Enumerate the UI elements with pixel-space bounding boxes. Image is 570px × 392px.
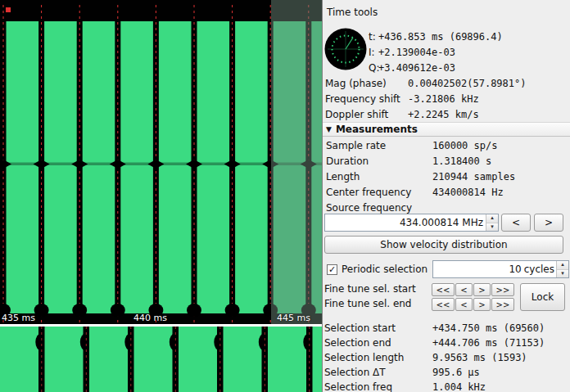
selection-deltat-value: 995.6 µs [432,365,480,380]
sel-end-fast-forward-button[interactable]: >> [491,298,514,311]
doppler-shift-value: +2.2245 km/s [408,107,479,122]
cursor-time-label: t: [369,29,376,44]
selection-start-value: +434.750 ms (69560) [432,321,545,336]
selection-deltat-label: Selection ΔT [324,365,386,380]
time-domain-plot[interactable] [0,0,322,324]
length-value: 210944 samples [432,169,515,184]
sel-start-back-button[interactable]: < [455,283,473,296]
fine-tune-end-label: Fine tune sel. end [324,297,411,311]
cycles-spinbox-suffix: cycles [524,264,556,275]
frequency-shift-value: -3.21806 kHz [408,92,479,106]
sel-start-forward-button[interactable]: > [473,283,491,296]
signal-analyzer-window: 435 ms 440 ms 445 ms Time tools [0,0,570,392]
doppler-shift-label: Doppler shift [325,107,388,122]
selection-length-value: 9.9563 ms (1593) [432,350,527,365]
mag-phase-label: Mag (phase) [325,76,387,91]
cycles-spinbox-value: 10 [433,264,524,275]
lock-button[interactable]: Lock [520,283,565,311]
periodic-selection-checkbox[interactable]: ✓ [327,264,337,275]
fine-tune-start-label: Fine tune sel. start [324,282,416,296]
selection-start-label: Selection start [324,321,396,336]
cycles-spinbox-arrows: ▴ ▾ [556,261,568,277]
measurements-section-header[interactable]: ▼ Measurements [323,122,570,137]
periodic-selection-label: Periodic selection [342,262,428,277]
spinbox-down-arrow-icon[interactable]: ▾ [486,223,498,232]
waveform-pane: 435 ms 440 ms 445 ms [0,0,322,392]
frequency-spinbox[interactable]: 434.000814 MHz ▴ ▾ [324,214,499,232]
sel-end-back-button[interactable]: < [455,298,473,311]
panel-title: Time tools [327,5,378,20]
duration-value: 1.318400 s [432,154,491,169]
selection-freq-label: Selection freq [324,380,392,392]
cursor-q-value: +3.409612e-03 [378,61,455,75]
cursor-i-value: +2.139004e-03 [378,45,455,60]
sel-start-fast-forward-button[interactable]: >> [491,283,514,296]
center-frequency-value: 434000814 Hz [432,185,504,200]
frequency-step-down-button[interactable]: < [501,214,531,232]
checkmark-icon: ✓ [328,265,336,274]
frequency-step-up-button[interactable]: > [534,214,563,232]
iq-constellation-preview [324,28,367,70]
frequency-shift-label: Frequency shift [325,92,400,106]
frequency-spinbox-arrows: ▴ ▾ [486,214,498,231]
sel-end-forward-button[interactable]: > [473,298,491,311]
selection-dim-overlay [271,0,322,324]
time-axis-label: 440 ms [133,313,167,323]
spinbox-up-arrow-icon[interactable]: ▴ [486,214,498,223]
sample-rate-value: 160000 sp/s [432,138,497,153]
mag-phase-value: 0.00402502(57.8981°) [408,76,527,91]
sel-start-fast-back-button[interactable]: << [432,283,455,296]
cycles-spinbox[interactable]: 10 cycles ▴ ▾ [432,260,569,278]
collapse-arrow-icon: ▼ [326,125,332,133]
cursor-i-label: I: [369,45,375,60]
center-frequency-label: Center frequency [326,185,411,200]
show-velocity-distribution-button[interactable]: Show velocity distribution [324,236,563,254]
length-label: Length [326,169,360,184]
selection-length-label: Selection length [324,350,404,365]
measurements-title: Measurements [336,124,418,135]
spinbox-up-arrow-icon[interactable]: ▴ [557,261,568,269]
time-axis-label: 435 ms [2,313,35,323]
sel-end-fast-back-button[interactable]: << [432,298,455,311]
selection-end-value: +444.706 ms (71153) [432,336,545,350]
sample-rate-label: Sample rate [326,138,386,153]
time-axis-label: 445 ms [277,313,310,323]
frequency-spinbox-value: 434.000814 MHz [325,217,486,228]
duration-label: Duration [326,154,369,169]
cursor-time-value: +436.853 ms (69896.4) [378,29,503,44]
time-tools-panel: Time tools t: +436.853 ms (69896.4) I: +… [322,0,570,392]
waveform-overview-plot[interactable] [0,327,322,392]
cursor-marker [6,7,11,12]
selection-freq-value: 1.004 kHz [432,380,486,392]
selection-end-label: Selection end [324,336,391,350]
spinbox-down-arrow-icon[interactable]: ▾ [557,269,568,278]
